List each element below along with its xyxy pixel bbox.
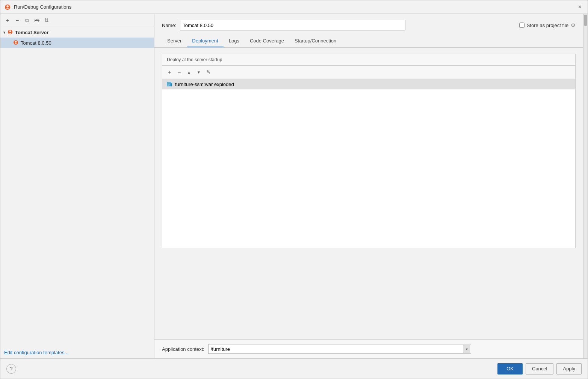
store-as-project-file-checkbox[interactable] xyxy=(519,23,525,28)
bottom-bar: ? OK Cancel Apply xyxy=(0,358,588,379)
app-context-input[interactable] xyxy=(208,344,471,354)
left-toolbar: + − ⧉ 🗁 ⇅ xyxy=(0,14,154,27)
deploy-up-button[interactable]: ▲ xyxy=(185,68,193,76)
gear-icon[interactable]: ⚙ xyxy=(571,22,576,28)
deploy-group-title: Deploy at the server startup xyxy=(162,54,575,66)
sort-configuration-button[interactable]: ⇅ xyxy=(42,16,51,24)
name-input[interactable] xyxy=(180,20,405,30)
tab-deployment-content: Deploy at the server startup + − ▲ ▼ ✎ xyxy=(154,48,583,339)
name-label: Name: xyxy=(162,23,176,28)
tab-startup-connection[interactable]: Startup/Connection xyxy=(289,35,342,47)
deploy-edit-button[interactable]: ✎ xyxy=(204,68,213,76)
ok-button[interactable]: OK xyxy=(497,363,523,374)
add-configuration-button[interactable]: + xyxy=(3,16,12,24)
deploy-add-button[interactable]: + xyxy=(165,68,174,76)
app-context-dropdown-button[interactable]: ▾ xyxy=(463,345,470,353)
tree-item-tomcat8050[interactable]: Tomcat 8.0.50 xyxy=(0,38,154,48)
right-scrollbar[interactable] xyxy=(583,14,588,358)
deploy-list: furniture-ssm:war exploded xyxy=(162,79,575,248)
svg-rect-5 xyxy=(9,33,11,34)
app-context-input-wrap: ▾ xyxy=(208,344,471,354)
svg-rect-8 xyxy=(15,43,17,44)
svg-rect-11 xyxy=(168,84,170,85)
configuration-tree: ▾ Tomcat Server xyxy=(0,27,154,347)
svg-marker-14 xyxy=(171,82,172,83)
copy-configuration-button[interactable]: ⧉ xyxy=(23,16,31,24)
dialog: Run/Debug Configurations × + − ⧉ 🗁 ⇅ ▾ xyxy=(0,0,588,379)
app-icon xyxy=(4,4,11,11)
tomcat-item-icon xyxy=(12,39,19,46)
tree-group-label: Tomcat Server xyxy=(15,30,48,35)
apply-button[interactable]: Apply xyxy=(556,363,582,374)
right-content: Name: Store as project file ⚙ Server Dep… xyxy=(154,14,583,358)
deploy-list-item[interactable]: furniture-ssm:war exploded xyxy=(162,79,575,89)
deploy-down-button[interactable]: ▼ xyxy=(195,68,203,76)
war-exploded-icon xyxy=(166,81,173,88)
svg-rect-10 xyxy=(168,83,170,83)
svg-rect-12 xyxy=(168,85,169,86)
store-project-area: Store as project file ⚙ xyxy=(519,22,576,28)
remove-configuration-button[interactable]: − xyxy=(13,16,21,24)
dialog-title: Run/Debug Configurations xyxy=(14,4,576,10)
tab-code-coverage[interactable]: Code Coverage xyxy=(245,35,289,47)
tab-logs[interactable]: Logs xyxy=(224,35,245,47)
right-main: Name: Store as project file ⚙ Server Dep… xyxy=(154,14,588,358)
app-context-label: Application context: xyxy=(162,346,204,352)
title-bar: Run/Debug Configurations × xyxy=(0,0,588,14)
left-panel: + − ⧉ 🗁 ⇅ ▾ Tomcat Server xyxy=(0,14,154,358)
svg-point-4 xyxy=(9,30,11,32)
svg-point-1 xyxy=(6,5,9,8)
deploy-at-server-startup-group: Deploy at the server startup + − ▲ ▼ ✎ xyxy=(162,54,576,248)
chevron-down-icon: ▾ xyxy=(3,30,5,35)
app-context-row: Application context: ▾ xyxy=(154,339,583,358)
svg-point-7 xyxy=(15,41,17,43)
cancel-button[interactable]: Cancel xyxy=(526,363,553,374)
tab-deployment[interactable]: Deployment xyxy=(187,35,223,47)
folder-configuration-button[interactable]: 🗁 xyxy=(33,16,41,24)
tab-server[interactable]: Server xyxy=(162,35,187,47)
main-content: + − ⧉ 🗁 ⇅ ▾ Tomcat Server xyxy=(0,14,588,358)
deploy-item-name: furniture-ssm:war exploded xyxy=(175,82,234,87)
deploy-remove-button[interactable]: − xyxy=(175,68,183,76)
deploy-toolbar: + − ▲ ▼ ✎ xyxy=(162,66,575,79)
edit-configuration-templates-link[interactable]: Edit configuration templates... xyxy=(0,347,154,358)
help-button[interactable]: ? xyxy=(6,364,16,374)
close-button[interactable]: × xyxy=(576,3,584,11)
tomcat-server-icon xyxy=(7,29,14,36)
tabs-row: Server Deployment Logs Code Coverage Sta… xyxy=(154,35,583,48)
tree-group-tomcat-server[interactable]: ▾ Tomcat Server xyxy=(0,27,154,38)
tree-item-label: Tomcat 8.0.50 xyxy=(21,40,51,46)
svg-rect-2 xyxy=(6,8,9,9)
name-row: Name: Store as project file ⚙ xyxy=(154,14,583,35)
store-as-project-file-label: Store as project file xyxy=(527,23,568,28)
